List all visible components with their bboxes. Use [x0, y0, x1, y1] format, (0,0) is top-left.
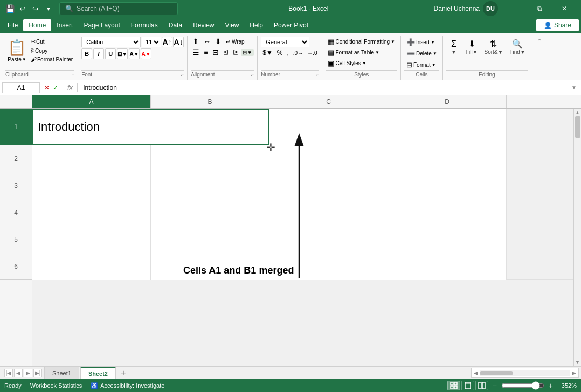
row-header-4[interactable]: 4: [0, 199, 32, 226]
fill-color-button[interactable]: A▼: [129, 48, 140, 59]
accessibility-button[interactable]: ♿ Accessibility: Investigate: [91, 382, 164, 389]
menu-power-pivot[interactable]: Power Pivot: [268, 19, 314, 31]
cell-c6[interactable]: [269, 253, 388, 280]
zoom-slider[interactable]: [501, 381, 544, 390]
minimize-button[interactable]: ─: [502, 0, 527, 17]
menu-view[interactable]: View: [220, 19, 245, 31]
cell-c1[interactable]: [269, 109, 388, 145]
menu-help[interactable]: Help: [244, 19, 268, 31]
menu-formulas[interactable]: Formulas: [126, 19, 163, 31]
sheet-tab-sheet2[interactable]: Sheet2: [80, 367, 116, 379]
tab-prev-button[interactable]: ◀: [14, 369, 23, 377]
autosum-button[interactable]: Σ ▼: [446, 39, 461, 56]
menu-review[interactable]: Review: [188, 19, 219, 31]
formula-cancel-icon[interactable]: ✕: [44, 84, 50, 92]
restore-button[interactable]: ⧉: [527, 0, 552, 17]
cell-b2[interactable]: [151, 145, 269, 172]
cell-c2[interactable]: [269, 145, 388, 172]
scroll-down-button[interactable]: ▼: [574, 359, 581, 366]
normal-view-button[interactable]: [447, 381, 460, 390]
formula-expand-icon[interactable]: ▼: [569, 85, 579, 90]
cell-d4[interactable]: [388, 199, 507, 226]
add-sheet-button[interactable]: +: [117, 367, 130, 379]
customize-icon[interactable]: ▼: [43, 3, 54, 14]
find-select-button[interactable]: 🔍 Find▼: [507, 39, 527, 56]
format-painter-button[interactable]: 🖌Format Painter: [29, 55, 74, 63]
indent-increase-button[interactable]: ⊵: [231, 48, 240, 57]
horizontal-scrollbar[interactable]: ◀ ▶: [471, 368, 579, 378]
row-header-1[interactable]: 1: [0, 109, 32, 145]
cell-a5[interactable]: [32, 226, 151, 253]
wrap-text-button[interactable]: ↵ Wrap: [224, 38, 246, 45]
format-as-table-button[interactable]: ▤ Format as Table ▼: [326, 47, 397, 58]
tab-last-button[interactable]: ▶|: [33, 369, 42, 377]
cell-c4[interactable]: [269, 199, 388, 226]
copy-button[interactable]: ⎘Copy: [29, 47, 74, 54]
decimal-increase-button[interactable]: .0→: [292, 50, 305, 57]
decimal-decrease-button[interactable]: ←.0: [306, 50, 319, 57]
number-format-select[interactable]: General: [261, 37, 309, 47]
formula-fx-icon[interactable]: fx: [63, 83, 78, 92]
hscroll-thumb[interactable]: [480, 371, 513, 375]
delete-cells-button[interactable]: ➖ Delete ▼: [404, 48, 439, 59]
cut-button[interactable]: ✂Cut: [29, 38, 74, 46]
cell-a1[interactable]: Introduction: [32, 109, 269, 145]
cell-styles-button[interactable]: ▣ Cell Styles ▼: [326, 58, 397, 68]
user-avatar[interactable]: DU: [483, 1, 498, 16]
page-break-view-button[interactable]: [475, 381, 488, 390]
italic-button[interactable]: I: [93, 48, 104, 59]
formula-input[interactable]: [80, 83, 567, 93]
sort-filter-button[interactable]: ⇅ Sort&▼: [482, 39, 506, 56]
decrease-font-button[interactable]: A↓: [173, 37, 184, 47]
conditional-formatting-button[interactable]: ▦ Conditional Formatting ▼: [326, 37, 397, 47]
redo-icon[interactable]: ↪: [30, 3, 41, 14]
scroll-thumb[interactable]: [575, 116, 580, 138]
tab-next-button[interactable]: ▶: [24, 369, 32, 377]
scroll-up-button[interactable]: ▲: [574, 109, 581, 116]
search-input[interactable]: [77, 5, 172, 12]
zoom-level[interactable]: 352%: [557, 382, 577, 389]
merge-center-button[interactable]: ⊟▼: [241, 49, 254, 56]
align-top-button[interactable]: ⬆: [191, 37, 200, 46]
align-bottom-button[interactable]: ⬇: [213, 37, 223, 46]
hscroll-track[interactable]: [480, 370, 570, 376]
share-button[interactable]: 👤 Share: [536, 19, 579, 31]
cell-a3[interactable]: [32, 172, 151, 199]
align-middle-button[interactable]: ↔: [202, 37, 212, 46]
align-center-button[interactable]: ≡: [202, 47, 210, 57]
underline-button[interactable]: U: [105, 48, 116, 59]
hscroll-right-button[interactable]: ▶: [570, 370, 578, 376]
comma-button[interactable]: ,: [285, 48, 290, 57]
cell-c3[interactable]: [269, 172, 388, 199]
zoom-out-button[interactable]: −: [493, 381, 497, 390]
align-left-button[interactable]: ☰: [191, 47, 201, 57]
cell-d3[interactable]: [388, 172, 507, 199]
ribbon-collapse-button[interactable]: ⌃: [537, 38, 542, 45]
row-header-2[interactable]: 2: [0, 145, 32, 172]
cell-b6[interactable]: [151, 253, 269, 280]
format-cells-button[interactable]: ⊟ Format ▼: [404, 59, 438, 70]
sheet-tab-sheet1[interactable]: Sheet1: [44, 367, 79, 379]
col-header-c[interactable]: C: [269, 95, 388, 108]
font-size-select[interactable]: 11: [142, 37, 161, 47]
paste-button[interactable]: 📋 Paste ▼: [5, 38, 29, 64]
workbook-stats-button[interactable]: Workbook Statistics: [30, 382, 82, 389]
vertical-scrollbar[interactable]: ▲ ▼: [573, 109, 581, 366]
bold-button[interactable]: B: [81, 48, 92, 59]
formula-confirm-icon[interactable]: ✓: [53, 84, 58, 92]
indent-decrease-button[interactable]: ⊴: [222, 48, 230, 57]
font-color-button[interactable]: A▼: [141, 48, 151, 59]
currency-button[interactable]: $▼: [261, 48, 274, 57]
close-button[interactable]: ✕: [552, 0, 577, 17]
cell-d1[interactable]: [388, 109, 507, 145]
row-header-3[interactable]: 3: [0, 172, 32, 199]
hscroll-left-button[interactable]: ◀: [472, 370, 480, 376]
cell-d5[interactable]: [388, 226, 507, 253]
save-icon[interactable]: 💾: [4, 3, 15, 14]
row-header-5[interactable]: 5: [0, 226, 32, 253]
menu-file[interactable]: File: [2, 19, 23, 31]
cell-b3[interactable]: [151, 172, 269, 199]
menu-insert[interactable]: Insert: [51, 19, 78, 31]
cell-a4[interactable]: [32, 199, 151, 226]
cell-b4[interactable]: [151, 199, 269, 226]
